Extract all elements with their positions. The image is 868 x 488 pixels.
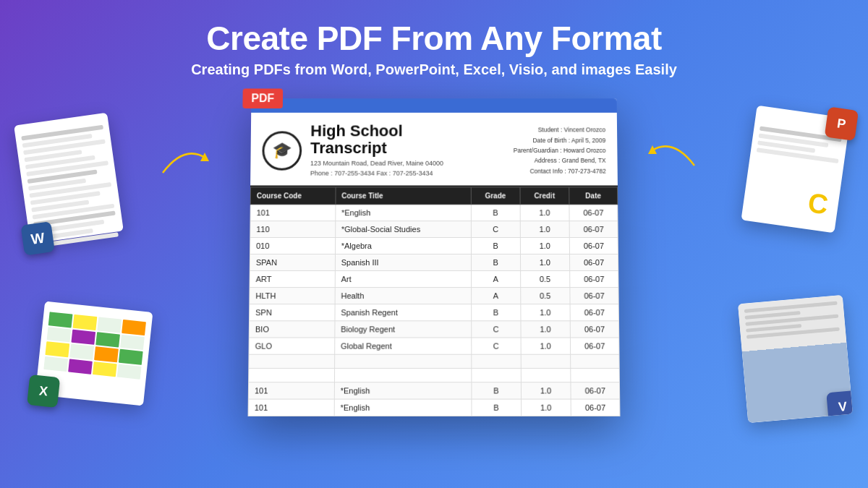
empty-cell — [471, 354, 521, 368]
table-cell: SPN — [250, 304, 335, 321]
visio-lines — [738, 295, 846, 348]
guardian: Parent/Guardian : Howard Orozco — [477, 145, 606, 155]
table-cell: B — [471, 399, 521, 416]
table-cell: C — [471, 338, 521, 354]
table-row: 101*EnglishB1.006-07 — [248, 382, 619, 399]
table-cell: SPAN — [250, 254, 335, 270]
empty-cell — [571, 354, 620, 368]
table-cell: 1.0 — [521, 304, 571, 321]
table-cell: BIO — [249, 321, 334, 338]
table-cell: 1.0 — [520, 254, 569, 270]
pdf-document: PDF 🎓 High School Transcript 123 Mountai… — [248, 98, 621, 416]
cell — [97, 317, 122, 333]
line — [744, 301, 838, 312]
excel-letter: X — [38, 383, 48, 399]
school-logo-icon: 🎓 — [272, 141, 292, 160]
table-cell: 06-07 — [569, 254, 618, 270]
excel-doc-inner: X — [35, 301, 153, 406]
table-cell: 06-07 — [570, 270, 618, 287]
table-cell: HLTH — [250, 288, 335, 304]
table-cell: C — [471, 321, 521, 338]
table-row: ARTArtA0.506-07 — [250, 270, 618, 287]
table-cell: 1.0 — [521, 321, 571, 338]
col-grade: Grade — [471, 187, 520, 205]
table-cell: *English — [335, 205, 470, 221]
word-icon: W — [20, 221, 54, 255]
transcript-table: Course Code Course Title Grade Credit Da… — [248, 187, 621, 416]
table-cell: GLO — [249, 338, 335, 354]
table-row: GLOGlobal RegentC1.006-07 — [249, 338, 619, 354]
cell — [119, 348, 143, 364]
svg-marker-0 — [200, 153, 209, 161]
table-row: SPANSpanish IIIB1.006-07 — [250, 254, 618, 270]
content-area: W — [0, 97, 868, 415]
visio-icon: V — [826, 390, 853, 422]
table-row — [249, 368, 620, 382]
empty-cell — [249, 368, 335, 382]
contact-info: Contact Info : 707-273-4782 — [477, 166, 606, 176]
cell — [71, 329, 95, 345]
table-cell: 1.0 — [520, 221, 569, 238]
table-cell: *Global-Social Studies — [335, 221, 471, 238]
cell — [94, 346, 119, 362]
empty-cell — [571, 368, 620, 382]
table-cell: 06-07 — [569, 238, 618, 254]
table-cell: 1.0 — [521, 382, 571, 399]
empty-cell — [471, 368, 521, 382]
visio-document: V — [738, 295, 853, 423]
dob: Date of Birth : April 5, 2009 — [477, 134, 606, 145]
table-cell: B — [471, 382, 521, 399]
table-cell: 06-07 — [570, 321, 619, 338]
table-cell: Art — [335, 270, 471, 287]
table-cell: *Algebra — [335, 238, 471, 254]
header-section: Create PDF From Any Format Creating PDFs… — [0, 0, 868, 90]
table-cell: 06-07 — [569, 205, 618, 221]
sub-title: Creating PDFs from Word, PowerPoint, Exc… — [14, 61, 854, 78]
cell — [69, 343, 94, 359]
doc-header: 🎓 High School Transcript 123 Mountain Ro… — [250, 112, 618, 187]
arrow-right — [644, 129, 702, 176]
doc-title-area: High School Transcript 123 Mountain Road… — [310, 122, 477, 178]
table-cell: 101 — [248, 399, 334, 416]
col-course-title: Course Title — [336, 187, 471, 205]
c-letter-decoration: C — [807, 189, 830, 218]
empty-cell — [334, 368, 471, 382]
cell — [43, 356, 68, 372]
table-cell: B — [471, 254, 520, 270]
table-cell: 101 — [250, 205, 336, 221]
address-info: Address : Grand Bend, TX — [477, 155, 606, 166]
cell — [48, 312, 73, 328]
excel-icon: X — [27, 374, 60, 408]
table-cell: Spanish Regent — [335, 304, 472, 321]
empty-cell — [521, 354, 571, 368]
doc-top-bar — [251, 98, 617, 113]
doc-student-info: Student : Vincent Orozco Date of Birth :… — [477, 124, 606, 176]
table-cell: 1.0 — [520, 205, 569, 221]
table-cell: 06-07 — [570, 338, 619, 354]
cell — [45, 341, 69, 357]
svg-marker-1 — [648, 145, 657, 154]
table-cell: A — [471, 288, 520, 304]
table-cell: 06-07 — [570, 288, 618, 304]
table-row: 110*Global-Social StudiesC1.006-07 — [250, 221, 618, 238]
table-row: HLTHHealthA0.506-07 — [250, 288, 618, 304]
table-row: 010*AlgebraB1.006-07 — [250, 238, 618, 254]
table-cell: 06-07 — [569, 221, 618, 238]
doc-address: 123 Mountain Road, Dead River, Maine 040… — [310, 159, 477, 179]
table-cell: Global Regent — [334, 338, 471, 354]
table-cell: B — [471, 205, 520, 221]
table-cell: ART — [250, 270, 335, 287]
ppt-doc-inner: P C — [741, 105, 850, 233]
table-row: 101*EnglishB1.006-07 — [250, 205, 618, 221]
cell — [122, 320, 146, 335]
empty-cell — [521, 368, 571, 382]
empty-cell — [334, 354, 471, 368]
table-cell: *English — [334, 399, 472, 416]
word-document: W — [14, 112, 124, 243]
main-title: Create PDF From Any Format — [14, 20, 854, 57]
table-row — [249, 354, 619, 368]
table-cell: B — [471, 304, 521, 321]
phone-text: Phone : 707-255-3434 Fax : 707-255-3434 — [310, 169, 433, 176]
table-header-row: Course Code Course Title Grade Credit Da… — [250, 187, 617, 205]
table-cell: 06-07 — [571, 399, 620, 416]
